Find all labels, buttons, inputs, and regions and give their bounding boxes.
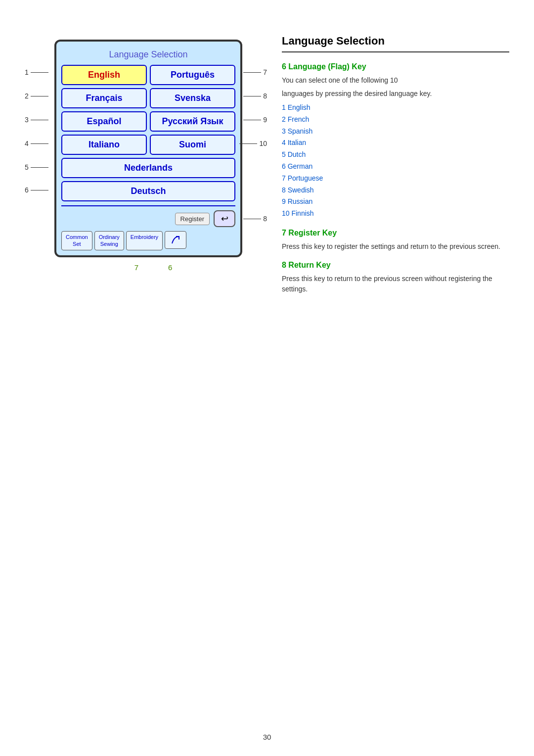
subsection1-title: 6 Language (Flag) Key [282, 62, 509, 71]
arrow-icon [170, 235, 181, 245]
list-item: 8 Swedish [282, 185, 509, 196]
lang-btn-francais[interactable]: Français [61, 88, 147, 108]
tab-icon-button[interactable] [165, 231, 186, 249]
register-button[interactable]: Register [175, 213, 210, 225]
below-num-7: 7 [134, 263, 138, 272]
return-icon-button[interactable]: ↩ [214, 210, 235, 227]
callout-r7: 7 [243, 68, 267, 76]
language-grid: English Português Français Svenska Españ… [61, 65, 235, 201]
below-diagram-labels: 7 6 [44, 263, 262, 272]
callout-4: 4 [25, 140, 48, 147]
tab-common-set[interactable]: Common Set [61, 231, 92, 250]
lang-btn-svenska[interactable]: Svenska [150, 88, 235, 108]
list-item: 6 German [282, 161, 509, 173]
right-content: Language Selection 6 Language (Flag) Key… [282, 30, 509, 297]
callout-r9: 9 [243, 116, 267, 124]
list-item: 10 Finnish [282, 208, 509, 220]
list-item: 2 French [282, 114, 509, 126]
separator [61, 205, 235, 206]
section-title: Language Selection [282, 35, 509, 52]
subsection2-title: 7 Register Key [282, 229, 509, 237]
list-item: 1 English [282, 102, 509, 114]
screen-title: Language Selection [61, 47, 235, 65]
lang-btn-italiano[interactable]: Italiano [61, 135, 147, 155]
callout-6: 6 [25, 186, 48, 194]
subsection3-body: Press this key to return to the previous… [282, 274, 509, 294]
callout-r10: 10 [239, 140, 267, 147]
callout-r8-register: 8 [243, 215, 267, 223]
subsection2-body: Press this key to register the settings … [282, 241, 509, 252]
lang-btn-espanol[interactable]: Español [61, 111, 147, 132]
below-num-6: 6 [168, 263, 172, 272]
tab-embroidery[interactable]: Embroidery [126, 231, 163, 250]
list-item: 7 Portuguese [282, 173, 509, 185]
bottom-row: Register ↩ [61, 210, 235, 227]
tab-ordinary-sewing[interactable]: Ordinary Sewing [94, 231, 124, 250]
lang-btn-nederlands[interactable]: Nederlands [61, 158, 235, 178]
device-screen: Language Selection English Português Fra… [54, 40, 242, 257]
subsection1-body2: languages by pressing the desired langua… [282, 89, 509, 99]
lang-btn-english[interactable]: English [61, 65, 147, 85]
lang-btn-deutsch[interactable]: Deutsch [61, 181, 235, 201]
callout-1: 1 [25, 68, 48, 76]
list-item: 4 Italian [282, 137, 509, 149]
callout-5: 5 [25, 163, 48, 171]
bottom-tabs: Common Set Ordinary Sewing Embroidery [61, 231, 235, 250]
list-item: 5 Dutch [282, 149, 509, 161]
subsection3-title: 8 Return Key [282, 261, 509, 270]
callout-r8: 8 [243, 92, 267, 100]
callout-2: 2 [25, 92, 48, 100]
lang-btn-portuguese[interactable]: Português [150, 65, 235, 85]
callout-3: 3 [25, 116, 48, 124]
language-list: 1 English 2 French 3 Spanish 4 Italian 5… [282, 102, 509, 220]
page-number: 30 [263, 733, 271, 741]
list-item: 9 Russian [282, 196, 509, 208]
subsection1-body1: You can select one of the following 10 [282, 75, 509, 86]
lang-btn-suomi[interactable]: Suomi [150, 135, 235, 155]
list-item: 3 Spanish [282, 126, 509, 138]
lang-btn-russian[interactable]: Русский Язык [150, 111, 235, 132]
